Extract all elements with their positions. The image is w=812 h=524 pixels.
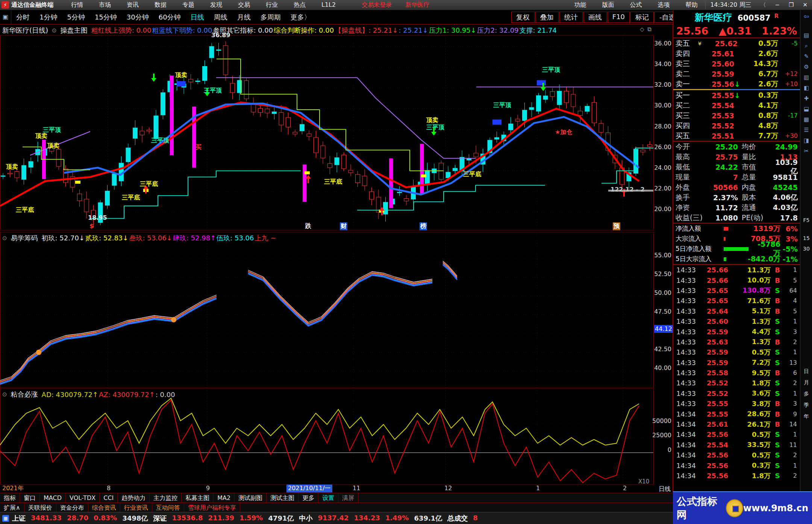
index-quote-segment[interactable]: 深证 [153, 514, 167, 523]
menu-item[interactable]: 发现 [202, 1, 230, 9]
extension-tab[interactable]: 资金分布 [56, 503, 88, 512]
menu-item[interactable]: 交易 [230, 1, 258, 9]
shortcut-label[interactable]: 30 [800, 246, 812, 252]
period-tab[interactable]: 月线 [232, 13, 256, 22]
chart-tool-button[interactable]: 叠加 [535, 12, 559, 23]
alert-item[interactable]: 新华医疗 [398, 1, 436, 9]
window-control-button[interactable]: ❐ [784, 2, 798, 9]
menu-item[interactable]: 选项 [650, 1, 677, 9]
layout-icon[interactable]: ▣ [0, 10, 11, 24]
period-tab[interactable]: 60分钟 [154, 13, 186, 22]
indicator-tab[interactable]: 测试主图 [267, 493, 298, 503]
toolbar-icon[interactable]: ☰ [800, 127, 812, 133]
osc-indicator-name[interactable]: 粘合必涨 [11, 390, 38, 399]
chart-tool-button[interactable]: F10 [607, 12, 630, 23]
index-quote-segment[interactable]: 3498亿 [122, 514, 148, 523]
index-quote-segment[interactable]: 1.59% [239, 514, 263, 523]
toolbar-icon[interactable]: ✚ [800, 95, 812, 102]
indicator-tab[interactable]: CCI [100, 493, 118, 503]
period-tab[interactable]: 多周期 [256, 13, 286, 22]
index-quote-segment[interactable]: 上证 [12, 514, 26, 523]
index-quote-segment[interactable]: 0.83% [94, 514, 117, 523]
period-shortcut[interactable]: 多 [800, 391, 812, 397]
index-quote-segment[interactable]: 9137.42 [318, 514, 349, 523]
menu-item[interactable]: 行业 [258, 1, 286, 9]
period-tab[interactable]: 5分钟 [62, 13, 89, 22]
index-quote-segment[interactable]: 总成交 [447, 514, 468, 523]
indicator-tab[interactable]: 私募主图 [182, 493, 214, 503]
window-control-button[interactable]: 〈 [756, 2, 770, 9]
period-shortcut[interactable]: 季 [800, 402, 812, 409]
index-quote-segment[interactable]: 1.49% [385, 514, 409, 523]
period-tab[interactable]: 30分钟 [122, 13, 154, 22]
index-quote-segment[interactable]: 211.39 [208, 514, 234, 523]
extension-tab[interactable]: 综合资讯 [88, 503, 120, 512]
indicator-tab[interactable]: 设置 [318, 493, 338, 503]
toolbar-icon[interactable]: ◨ [800, 137, 812, 144]
indicator-tab[interactable]: 测试副图 [235, 493, 267, 503]
period-tab[interactable]: 日线 [186, 13, 209, 22]
chart-tool-button[interactable]: 统计 [559, 12, 583, 23]
toolbar-icon[interactable]: ▦ [800, 116, 812, 123]
menu-item[interactable]: 专题 [174, 1, 202, 9]
period-shortcut[interactable]: 月 [800, 379, 812, 386]
menu-item[interactable]: 功能 [566, 1, 594, 9]
shortcut-label[interactable]: F5 [800, 217, 812, 223]
extension-tab[interactable]: 扩展∧ [0, 503, 24, 512]
toolbar-icon[interactable]: ⚙ [800, 63, 812, 70]
collapse-panel-icon[interactable]: ⇦ [800, 12, 812, 20]
tick-list[interactable]: 14:33 25.66 11.3万 B 1 14:33 25.66 10.0万 … [673, 264, 800, 481]
menu-item[interactable]: 市场 [91, 1, 119, 9]
indicator-tab[interactable]: MA2 [214, 493, 235, 503]
index-quote-segment[interactable]: 3481.33 [31, 514, 62, 523]
toolbar-icon[interactable]: ◧ [800, 85, 812, 91]
index-quote-segment[interactable]: 639.1亿 [414, 514, 442, 523]
shortcut-label[interactable]: 15 [800, 235, 812, 241]
toolbar-icon[interactable]: ▥ [800, 74, 812, 81]
menu-item[interactable]: L1L2 [314, 1, 344, 9]
period-shortcut[interactable]: 日 [800, 368, 812, 375]
menu-item[interactable]: 资讯 [119, 1, 147, 9]
extension-tab[interactable]: 雪球用户福利专享 [184, 503, 240, 512]
index-quote-segment[interactable]: 8 [473, 514, 478, 523]
menu-item[interactable]: 行情 [63, 1, 91, 9]
period-tab[interactable]: 更多〉 [286, 13, 316, 22]
menu-item[interactable]: 版面 [594, 1, 622, 9]
toolbar-icon[interactable]: ✂ [800, 148, 812, 154]
indicator-tab[interactable]: VOL-TDX [66, 493, 100, 503]
market-grid-icon[interactable]: ▦ [2, 515, 9, 522]
menu-item[interactable]: 数据 [147, 1, 174, 9]
indicator-tab[interactable]: 窗口 [20, 493, 40, 503]
period-tab[interactable]: 1分钟 [35, 13, 62, 22]
index-quote-segment[interactable]: 4791亿 [268, 514, 294, 523]
index-quote-segment[interactable]: 中小 [299, 514, 313, 523]
extension-tab[interactable]: 行业资讯 [120, 503, 152, 512]
index-quote-segment[interactable]: 134.23 [354, 514, 380, 523]
toolbar-icon[interactable]: ▤ [800, 32, 812, 39]
indicator-tab[interactable]: MACD [40, 493, 66, 503]
indicator-tab[interactable]: 满屏 [338, 493, 358, 503]
indicator-cycle-icon[interactable]: ⊙ [2, 235, 7, 242]
menu-item[interactable]: 公式 [622, 1, 650, 9]
chart-region[interactable]: 新华医疗(日线) ⊙ 操盘主图 粗红线上强势: 0.00粗蓝线下弱势: 0.00… [0, 24, 673, 492]
chart-tool-button[interactable]: 复权 [511, 12, 535, 23]
index-quote-segment[interactable]: 13536.8 [172, 514, 203, 523]
window-control-button[interactable]: ✕ [798, 2, 812, 9]
watermark-url[interactable]: www.9m8.cn [743, 503, 808, 513]
chart-tool-button[interactable]: 画线 [583, 12, 607, 23]
toolbar-icon[interactable]: ⌕ [800, 42, 812, 49]
toolbar-icon[interactable]: ✎ [800, 53, 812, 60]
menu-item[interactable]: 热点 [286, 1, 314, 9]
pane-corner-icon[interactable]: ◇ [640, 26, 644, 33]
toolbar-icon[interactable]: ⬓ [800, 106, 812, 112]
indicator-tab[interactable]: 趋势动力 [118, 493, 150, 503]
indicator-tab[interactable]: 更多 [298, 493, 318, 503]
chart-tool-button[interactable]: 标记 [630, 12, 654, 23]
window-control-button[interactable]: − [770, 2, 784, 9]
period-tab[interactable]: 分时 [11, 13, 35, 22]
indicator-tab[interactable]: 主力监控 [150, 493, 182, 503]
collapse-chevron-icon[interactable]: ⊙ [52, 27, 57, 34]
period-shortcut[interactable]: 年 [800, 413, 812, 420]
pane-corner-icon[interactable]: ⧉ [647, 26, 651, 33]
period-tab[interactable]: 15分钟 [90, 13, 122, 22]
